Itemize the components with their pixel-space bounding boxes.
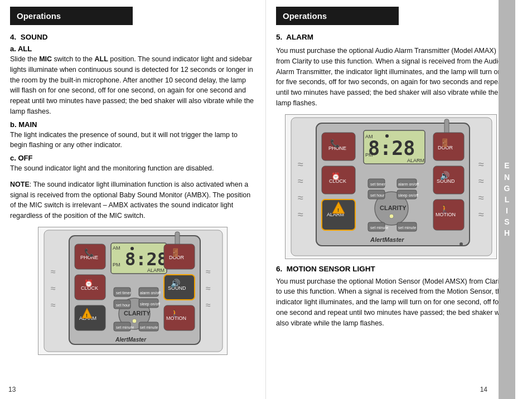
sub-a-label: a. ALL (10, 45, 255, 53)
svg-text:≈: ≈ (478, 176, 484, 187)
section-4-title: 4. SOUND (10, 33, 255, 41)
svg-text:PM: PM (365, 152, 373, 158)
left-page-header: Operations (10, 7, 133, 25)
svg-point-30 (132, 319, 137, 323)
page-number-left: 13 (8, 386, 16, 393)
sub-b-label: b. MAIN (10, 120, 255, 129)
section-5-text: You must purchase the optional Audio Ala… (276, 46, 505, 109)
svg-text:📞: 📞 (84, 248, 94, 257)
svg-text:set minute: set minute (370, 226, 388, 230)
svg-text:⏰: ⏰ (84, 279, 94, 288)
svg-text:🚪: 🚪 (440, 138, 450, 148)
svg-text:AlertMaster: AlertMaster (370, 236, 404, 243)
svg-text:CLARITY: CLARITY (380, 205, 407, 211)
note-label: NOTE (10, 181, 30, 188)
svg-text:ALARM: ALARM (407, 158, 424, 163)
side-tab-s: S (504, 217, 509, 227)
svg-text:≈: ≈ (51, 300, 56, 310)
side-tab-l: L (505, 194, 510, 205)
section-5-title: 5. ALARM (276, 33, 505, 41)
svg-text:alarm on/off: alarm on/off (140, 291, 161, 295)
svg-text:≈: ≈ (298, 192, 303, 203)
side-tab-i: I (506, 206, 508, 216)
side-tab-e: E (504, 160, 509, 171)
svg-text:🚶: 🚶 (171, 309, 179, 317)
sub-a-text: Slide the MIC switch to the ALL position… (10, 54, 255, 117)
svg-text:ALARM: ALARM (147, 267, 165, 273)
svg-point-55 (385, 134, 389, 138)
svg-point-80 (389, 214, 394, 218)
right-page: Operations 5. ALARM You must purchase th… (266, 0, 515, 399)
right-page-header: Operations (276, 7, 399, 25)
svg-text:≈: ≈ (298, 159, 303, 170)
left-page-content: Operations 4. SOUND a. ALL Slide the MIC… (0, 0, 265, 366)
svg-text:🔊: 🔊 (171, 279, 181, 288)
section-6-title: 6. MOTION SENSOR LIGHT (276, 265, 505, 273)
svg-text:set hour: set hour (116, 303, 130, 307)
svg-text:8:28: 8:28 (368, 137, 415, 159)
svg-text:≈: ≈ (51, 284, 56, 293)
device-image-right: 8:28 AM PM ALARM PHONE 📞 CLOCK ⏰ (285, 114, 497, 259)
svg-text:≈: ≈ (298, 209, 303, 220)
svg-text:set timer: set timer (116, 291, 132, 295)
svg-text:!: ! (86, 313, 88, 318)
svg-text:set minute: set minute (116, 325, 134, 329)
svg-text:🚶: 🚶 (440, 204, 449, 213)
svg-text:≈: ≈ (478, 192, 484, 203)
right-page-content: Operations 5. ALARM You must purchase th… (266, 0, 515, 336)
svg-text:!: ! (337, 207, 339, 213)
section-6-text: You must purchase the optional Motion Se… (276, 276, 505, 329)
svg-text:set minute: set minute (140, 325, 158, 329)
svg-point-94 (460, 242, 463, 246)
sub-c-label: c. OFF (10, 154, 255, 162)
svg-text:sleep on/off: sleep on/off (398, 193, 418, 198)
side-tab: E N G L I S H (499, 0, 515, 399)
device-image-left: 8:28 AM PM ALARM PHONE 📞 CLOCK ⏰ (38, 227, 228, 355)
svg-point-8 (130, 247, 134, 250)
left-page: Operations 4. SOUND a. ALL Slide the MIC… (0, 0, 266, 399)
svg-text:alarm on/off: alarm on/off (398, 182, 419, 186)
svg-text:≈: ≈ (206, 300, 211, 310)
svg-text:≈: ≈ (298, 176, 303, 187)
svg-text:CLARITY: CLARITY (124, 310, 151, 317)
svg-text:AM: AM (113, 245, 120, 251)
sub-c-text: The sound indicator light and the monito… (10, 163, 255, 174)
svg-text:AlertMaster: AlertMaster (115, 337, 147, 343)
svg-text:8:28: 8:28 (125, 249, 168, 270)
svg-text:⏰: ⏰ (331, 172, 341, 181)
sub-b-text: The light indicates the presence of soun… (10, 130, 255, 151)
svg-text:🚪: 🚪 (171, 248, 181, 257)
svg-text:≈: ≈ (206, 267, 211, 276)
svg-text:🔊: 🔊 (440, 171, 450, 181)
side-tab-n: N (504, 172, 510, 182)
note-text: NOTE: The sound indicator light illumina… (10, 179, 255, 221)
svg-text:≈: ≈ (206, 284, 211, 293)
svg-text:PM: PM (113, 262, 120, 267)
svg-text:set hour: set hour (370, 193, 385, 197)
svg-text:≈: ≈ (478, 159, 484, 170)
svg-text:sleep on/off: sleep on/off (140, 302, 160, 306)
page-number-right: 14 (480, 386, 487, 393)
side-tab-h: H (504, 228, 510, 238)
svg-text:AM: AM (365, 134, 373, 139)
svg-text:≈: ≈ (51, 267, 56, 276)
side-tab-g: G (504, 183, 510, 193)
svg-text:≈: ≈ (478, 209, 484, 220)
svg-text:set timer: set timer (370, 182, 386, 186)
svg-text:set minute: set minute (398, 226, 416, 230)
svg-text:📞: 📞 (330, 139, 340, 148)
